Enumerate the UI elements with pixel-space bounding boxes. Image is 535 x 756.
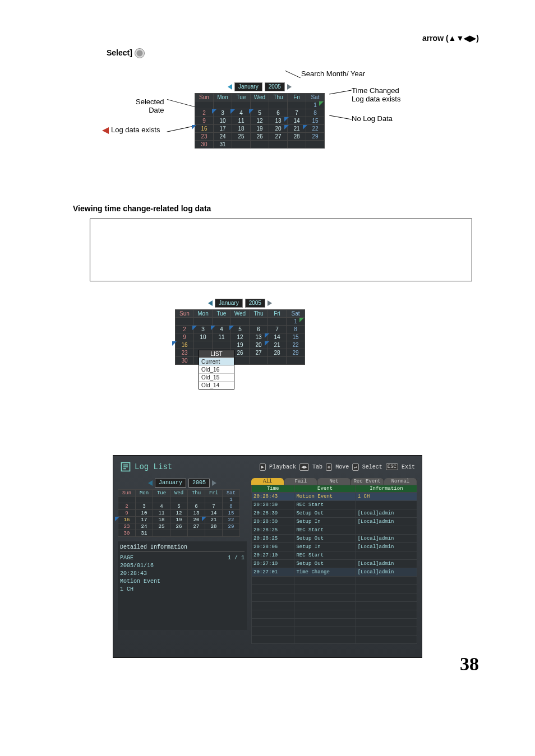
cal-cell[interactable]	[269, 101, 288, 109]
cal-cell[interactable]: 4	[213, 326, 231, 333]
cal-cell[interactable]	[269, 141, 288, 149]
cal-cell[interactable]: 7	[288, 109, 306, 117]
cal-cell[interactable]: 31	[214, 141, 232, 149]
cal-cell[interactable]: 23	[195, 133, 214, 141]
cal-cell[interactable]: 23	[176, 349, 194, 357]
next-month-icon[interactable]	[287, 84, 292, 90]
log-row[interactable]: 20:28:25REC Start	[252, 526, 417, 535]
prev-month-icon[interactable]	[148, 480, 153, 486]
cal-cell[interactable]: 27	[250, 349, 268, 357]
log-row[interactable]: 20:28:06Setup In[Local]admin	[252, 543, 417, 551]
cal-cell[interactable]: 29	[306, 133, 325, 141]
prev-month-icon[interactable]	[208, 300, 213, 306]
cal-cell[interactable]: 11	[213, 333, 231, 341]
cal-cell[interactable]	[251, 101, 269, 109]
cal-cell[interactable]: 2	[195, 109, 214, 117]
cal-cell[interactable]: 25	[153, 523, 170, 530]
log-row[interactable]: 20:27:10Setup Out[Local]admin	[252, 560, 417, 568]
cal-cell[interactable]: 12	[170, 510, 188, 517]
cal-cell[interactable]: 28	[205, 523, 223, 530]
cal-cell[interactable]: 5	[170, 503, 188, 510]
log-row[interactable]: 20:28:30Setup In[Local]admin	[252, 518, 417, 526]
log-row[interactable]	[252, 585, 417, 593]
log-row[interactable]: 20:28:39Setup Out[Local]admin	[252, 509, 417, 518]
cal-cell[interactable]: 24	[136, 523, 153, 530]
cal-cell[interactable]	[195, 101, 214, 109]
cal-cell[interactable]: 18	[153, 517, 170, 523]
cal-cell[interactable]: 21	[205, 517, 223, 523]
filter-tab-fail[interactable]: Fail	[284, 478, 317, 485]
cal-cell[interactable]: 2	[118, 503, 136, 510]
cal-cell[interactable]: 5	[251, 109, 269, 117]
filter-tab-all[interactable]: All	[251, 478, 284, 485]
cal-cell[interactable]: 6	[188, 503, 205, 510]
next-month-icon[interactable]	[212, 480, 216, 486]
cal-cell[interactable]: 19	[231, 341, 250, 349]
time-change-dropdown[interactable]: LIST Current Old_16 Old_15 Old_14	[199, 350, 234, 389]
log-row[interactable]	[252, 619, 417, 627]
filter-tab-net[interactable]: Net	[317, 478, 350, 485]
year-box[interactable]: 2005	[188, 479, 210, 488]
cal-cell[interactable]: 24	[214, 133, 232, 141]
cal-cell[interactable]	[251, 141, 269, 149]
cal-cell[interactable]: 9	[118, 510, 136, 517]
dropdown-item[interactable]: Old_14	[199, 382, 234, 389]
cal-cell[interactable]: 29	[223, 523, 240, 530]
cal-cell[interactable]	[288, 101, 306, 109]
cal-cell[interactable]: 11	[153, 510, 170, 517]
cal-cell-selected[interactable]: 16	[118, 517, 136, 523]
cal-cell[interactable]: 8	[287, 326, 305, 333]
month-box[interactable]: January	[215, 299, 243, 308]
cal-cell[interactable]: 1	[306, 101, 325, 109]
cal-cell[interactable]: 28	[288, 133, 306, 141]
cal-cell[interactable]: 9	[195, 117, 214, 125]
cal-cell[interactable]: 14	[288, 117, 306, 125]
log-row[interactable]	[252, 636, 417, 644]
cal-cell[interactable]: 11	[232, 117, 251, 125]
cal-cell[interactable]: 26	[170, 523, 188, 530]
next-month-icon[interactable]	[268, 300, 272, 306]
cal-cell[interactable]	[214, 101, 232, 109]
log-row[interactable]	[252, 610, 417, 619]
cal-cell[interactable]: 7	[205, 503, 223, 510]
log-row[interactable]: 20:28:43Motion Event1 CH	[252, 493, 417, 501]
filter-tab-normal[interactable]: Normal	[384, 478, 417, 485]
cal-cell[interactable]: 9	[176, 333, 194, 341]
cal-cell[interactable]: 10	[194, 333, 213, 341]
cal-cell[interactable]: 30	[195, 141, 214, 149]
cal-cell[interactable]: 4	[232, 109, 251, 117]
cal-cell[interactable]: 21	[268, 341, 287, 349]
cal-cell[interactable]: 15	[223, 510, 240, 517]
cal-cell[interactable]: 27	[188, 523, 205, 530]
dropdown-item-current[interactable]: Current	[199, 358, 234, 366]
cal-cell[interactable]: 22	[306, 125, 325, 133]
cal-cell[interactable]: 29	[287, 349, 305, 357]
log-row[interactable]	[252, 602, 417, 610]
cal-cell[interactable]: 5	[231, 326, 250, 333]
cal-cell[interactable]: 3	[194, 326, 213, 333]
cal-cell[interactable]: 15	[306, 117, 325, 125]
year-box[interactable]: 2005	[245, 299, 265, 308]
log-row[interactable]: 20:27:01Time Change[Local]admin	[252, 568, 417, 577]
calendar-widget-2[interactable]: January 2005 Sun Mon Tue Wed Thu Fri Sat…	[175, 298, 305, 365]
cal-cell[interactable]	[232, 141, 251, 149]
cal-cell[interactable]: 15	[287, 333, 305, 341]
cal-cell[interactable]: 10	[136, 510, 153, 517]
cal-cell[interactable]: 4	[153, 503, 170, 510]
cal-cell[interactable]: 7	[268, 326, 287, 333]
log-row[interactable]	[252, 593, 417, 602]
cal-cell[interactable]: 6	[250, 326, 268, 333]
cal-cell[interactable]: 26	[251, 133, 269, 141]
cal-cell[interactable]: 3	[136, 503, 153, 510]
cal-cell[interactable]	[232, 101, 251, 109]
cal-cell[interactable]: 17	[136, 517, 153, 523]
cal-cell[interactable]: 8	[306, 109, 325, 117]
cal-cell[interactable]: 12	[231, 333, 250, 341]
log-row[interactable]: 20:28:25Setup Out[Local]admin	[252, 535, 417, 543]
cal-cell[interactable]: 6	[269, 109, 288, 117]
cal-cell[interactable]: 30	[176, 357, 194, 365]
log-row[interactable]	[252, 627, 417, 636]
cal-cell[interactable]: 8	[223, 503, 240, 510]
cal-cell-selected[interactable]: 16	[195, 125, 214, 133]
cal-cell[interactable]: 19	[251, 125, 269, 133]
